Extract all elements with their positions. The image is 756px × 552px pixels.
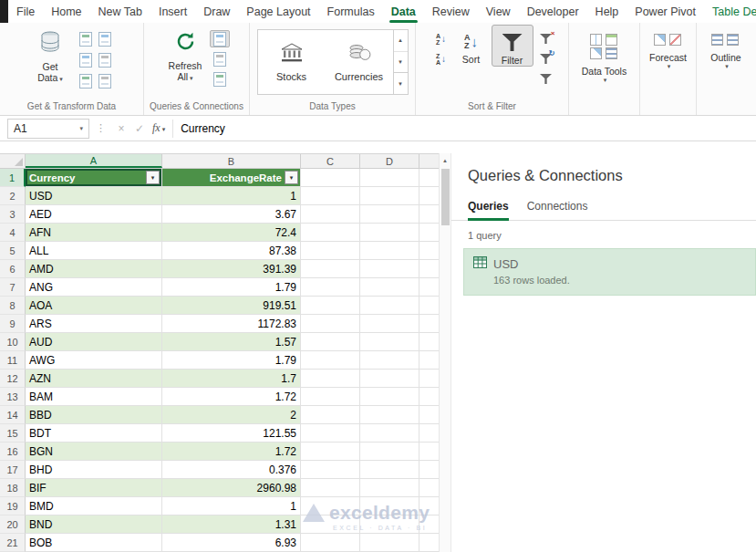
cell-a5[interactable]: ALL xyxy=(26,242,162,260)
vertical-scrollbar[interactable]: ▲ xyxy=(439,153,450,552)
row-header-1[interactable]: 1 xyxy=(0,169,26,187)
cancel-icon[interactable]: × xyxy=(112,122,130,135)
sort-za-button[interactable]: ZA↓ xyxy=(431,50,451,68)
row-header-7[interactable]: 7 xyxy=(0,278,26,297)
tab-power-pivot[interactable]: Power Pivot xyxy=(627,0,704,23)
gallery-up-icon[interactable]: ▲ xyxy=(394,30,408,51)
cell-b17[interactable]: 0.376 xyxy=(162,461,301,479)
cell-b10[interactable]: 1.57 xyxy=(162,333,301,351)
row-header-21[interactable]: 21 xyxy=(0,534,26,552)
cell-d16[interactable] xyxy=(360,443,419,461)
cell-d14[interactable] xyxy=(360,406,419,424)
cell-a14[interactable]: BBD xyxy=(26,406,162,424)
cell-c11[interactable] xyxy=(301,351,360,370)
cell-b19[interactable]: 1 xyxy=(162,497,301,516)
row-header-2[interactable]: 2 xyxy=(0,187,26,205)
cell-c7[interactable] xyxy=(301,278,360,297)
data-type-currencies[interactable]: Currencies xyxy=(326,30,393,94)
cell-d11[interactable] xyxy=(360,351,419,370)
cell-a15[interactable]: BDT xyxy=(26,424,162,443)
refresh-all-button[interactable]: Refresh All▾ xyxy=(163,25,207,85)
existing-connections-icon[interactable] xyxy=(79,74,92,89)
cell-d12[interactable] xyxy=(360,370,419,388)
cell-d2[interactable] xyxy=(360,187,419,205)
row-header-11[interactable]: 11 xyxy=(0,351,26,370)
pane-tab-queries[interactable]: Queries xyxy=(468,200,509,220)
insert-function-button[interactable]: fx▾ xyxy=(152,121,165,135)
tab-file[interactable]: File xyxy=(8,0,43,23)
cell-b1[interactable]: ExchangeRate▾ xyxy=(162,169,301,187)
cell-b15[interactable]: 121.55 xyxy=(162,424,301,443)
tab-insert[interactable]: Insert xyxy=(150,0,195,23)
cell-c3[interactable] xyxy=(301,205,360,224)
cell-c21[interactable] xyxy=(301,534,360,552)
cell-b5[interactable]: 87.38 xyxy=(162,242,301,260)
cell-c1[interactable] xyxy=(301,169,360,187)
cell-b16[interactable]: 1.72 xyxy=(162,443,301,461)
reapply-filter-button[interactable]: ↻ xyxy=(536,50,556,68)
from-picture-icon[interactable] xyxy=(98,74,111,89)
from-table-range-icon[interactable] xyxy=(79,53,92,68)
cell-c17[interactable] xyxy=(301,461,360,479)
cell-c20[interactable] xyxy=(301,516,360,534)
cell-a9[interactable]: ARS xyxy=(26,315,162,333)
cell-d19[interactable] xyxy=(360,497,419,516)
tab-page-layout[interactable]: Page Layout xyxy=(238,0,318,23)
cell-d21[interactable] xyxy=(360,534,419,552)
cell-a3[interactable]: AED xyxy=(26,205,162,224)
name-box-resize-handle[interactable]: ⋮ xyxy=(89,122,112,134)
row-header-5[interactable]: 5 xyxy=(0,242,26,260)
pane-tab-connections[interactable]: Connections xyxy=(527,200,588,220)
sort-az-button[interactable]: AZ↓ xyxy=(431,30,451,47)
cell-d18[interactable] xyxy=(360,479,419,497)
outline-button[interactable]: Outline ▾ xyxy=(699,25,753,115)
cell-b12[interactable]: 1.7 xyxy=(162,370,301,388)
cell-b9[interactable]: 1172.83 xyxy=(162,315,301,333)
formula-input[interactable]: Currency xyxy=(181,122,225,135)
data-tools-button[interactable]: Data Tools ▾ xyxy=(571,25,637,115)
select-all-corner[interactable] xyxy=(0,154,26,168)
sort-button[interactable]: AZ↓ Sort xyxy=(451,25,492,66)
tab-new-tab[interactable]: New Tab xyxy=(90,0,150,23)
query-item-usd[interactable]: USD 163 rows loaded. xyxy=(463,248,756,296)
cell-d15[interactable] xyxy=(360,424,419,443)
row-header-3[interactable]: 3 xyxy=(0,205,26,224)
cell-a12[interactable]: AZN xyxy=(26,370,162,388)
cell-d4[interactable] xyxy=(360,224,419,242)
cell-b8[interactable]: 919.51 xyxy=(162,297,301,315)
clear-filter-button[interactable]: × xyxy=(536,30,556,47)
recent-sources-icon[interactable] xyxy=(98,53,111,68)
cell-a4[interactable]: AFN xyxy=(26,224,162,242)
cell-b11[interactable]: 1.79 xyxy=(162,351,301,370)
cell-c13[interactable] xyxy=(301,388,360,406)
tab-developer[interactable]: Developer xyxy=(519,0,587,23)
cell-b14[interactable]: 2 xyxy=(162,406,301,424)
cell-a7[interactable]: ANG xyxy=(26,278,162,297)
cell-d20[interactable] xyxy=(360,516,419,534)
properties-button[interactable] xyxy=(210,50,230,68)
cell-a10[interactable]: AUD xyxy=(26,333,162,351)
queries-connections-toggle[interactable] xyxy=(210,30,230,47)
cell-a19[interactable]: BMD xyxy=(26,497,162,516)
cell-c10[interactable] xyxy=(301,333,360,351)
cell-b20[interactable]: 1.31 xyxy=(162,516,301,534)
cell-a13[interactable]: BAM xyxy=(26,388,162,406)
cell-a11[interactable]: AWG xyxy=(26,351,162,370)
cell-b13[interactable]: 1.72 xyxy=(162,388,301,406)
row-header-4[interactable]: 4 xyxy=(0,224,26,242)
from-web-icon[interactable] xyxy=(98,32,111,47)
cell-c5[interactable] xyxy=(301,242,360,260)
row-header-13[interactable]: 13 xyxy=(0,388,26,406)
cell-c9[interactable] xyxy=(301,315,360,333)
row-header-12[interactable]: 12 xyxy=(0,370,26,388)
cell-a21[interactable]: BOB xyxy=(26,534,162,552)
row-header-15[interactable]: 15 xyxy=(0,424,26,443)
cell-d8[interactable] xyxy=(360,297,419,315)
row-header-20[interactable]: 20 xyxy=(0,516,26,534)
row-header-8[interactable]: 8 xyxy=(0,297,26,315)
cell-b4[interactable]: 72.4 xyxy=(162,224,301,242)
cell-c12[interactable] xyxy=(301,370,360,388)
column-header-a[interactable]: A xyxy=(26,154,162,168)
cell-a17[interactable]: BHD xyxy=(26,461,162,479)
tab-review[interactable]: Review xyxy=(424,0,478,23)
